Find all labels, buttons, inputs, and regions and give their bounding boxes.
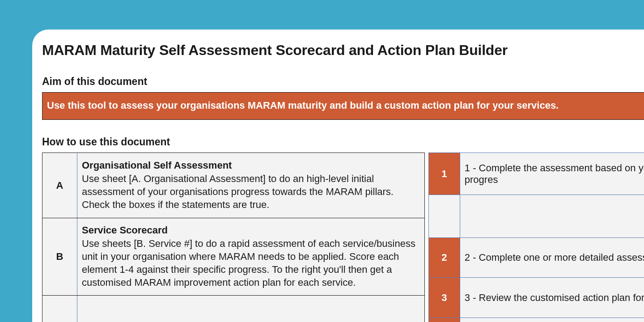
steps-table: 1 1 - Complete the assessment based on y… (428, 153, 644, 322)
step-text: 1 - Complete the assessment based on you… (460, 153, 644, 195)
step-number-blank (428, 195, 460, 238)
table-row: C Results Scorecard Use sheet [ C. Resul… (42, 295, 425, 322)
section-desc-body: Use sheets [B. Service #] to do a rapid … (82, 238, 415, 288)
table-row: A Organisational Self Assessment Use she… (42, 153, 425, 218)
table-row: 4 4 - Review the results scores and your… (428, 318, 644, 322)
section-desc-title: Organisational Self Assessment (82, 160, 232, 171)
table-row: 2 2 - Complete one or more detailed asse… (428, 238, 644, 278)
howto-heading: How to use this document (42, 136, 644, 148)
step-text-line1: 1 - Complete the assessment based on you… (465, 162, 644, 174)
table-row (428, 195, 644, 238)
section-letter: A (42, 153, 77, 218)
table-row: B Service Scorecard Use sheets [B. Servi… (42, 218, 425, 296)
step-text: 4 - Review the results scores and your f… (460, 318, 644, 322)
step-number: 1 (428, 153, 460, 195)
step-number: 3 (428, 278, 460, 318)
section-desc-title: Service Scorecard (82, 225, 168, 236)
section-description: Results Scorecard Use sheet [ C. Results… (77, 295, 425, 322)
step-text: 2 - Complete one or more detailed assess… (460, 238, 644, 278)
document-page: MARAM Maturity Self Assessment Scorecard… (32, 30, 644, 322)
section-desc-body: Use sheet [A. Organisational Assessment]… (82, 173, 394, 210)
howto-layout: A Organisational Self Assessment Use she… (42, 153, 644, 322)
step-text-line2: progres (465, 174, 498, 185)
step-number: 4 (428, 318, 460, 322)
section-letter: C (42, 295, 77, 322)
aim-banner: Use this tool to assess your organisatio… (42, 92, 644, 120)
step-text: 3 - Review the customised action plan fo… (460, 278, 644, 318)
section-letter: B (42, 218, 77, 296)
section-description: Service Scorecard Use sheets [B. Service… (77, 218, 425, 296)
section-description: Organisational Self Assessment Use sheet… (77, 153, 425, 218)
step-text-blank (460, 195, 644, 238)
table-row: 1 1 - Complete the assessment based on y… (428, 153, 644, 195)
step-number: 2 (428, 238, 460, 278)
table-gap (425, 153, 428, 322)
page-title: MARAM Maturity Self Assessment Scorecard… (42, 42, 644, 59)
aim-heading: Aim of this document (42, 76, 644, 88)
table-row: 3 3 - Review the customised action plan … (428, 278, 644, 318)
sections-table: A Organisational Self Assessment Use she… (42, 153, 425, 322)
